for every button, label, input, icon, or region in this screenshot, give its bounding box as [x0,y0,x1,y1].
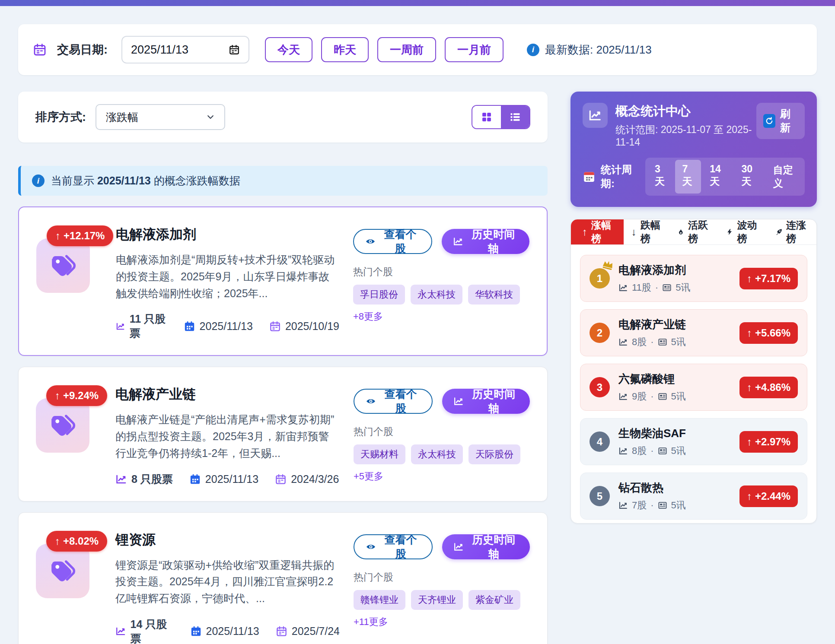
tag-icon [49,558,76,584]
history-timeline-button[interactable]: 历史时间轴 [442,534,530,559]
date-toolbar: 交易日期: 2025/11/13 今天 昨天 一周前 一月前 i 最新数据: 2… [18,24,817,75]
dot-separator: · [650,336,653,348]
concept-card[interactable]: ↑+9.24% 电解液产业链 电解液产业链是“产能出清尾声+需求复苏初期”的拐点… [18,367,548,501]
change-badge: ↑+9.24% [46,385,107,406]
ranking-item[interactable]: 1 电解液添加剂 11股·5讯 ↑+7.17% [580,255,807,302]
view-stocks-button[interactable]: 查看个股 [354,389,433,414]
yesterday-button[interactable]: 昨天 [321,37,369,62]
news-icon [658,337,667,347]
period-label: 统计周期: [601,163,639,190]
chart-icon [116,320,125,332]
stock-chip[interactable]: 永太科技 [411,285,462,305]
tab-losers[interactable]: ↓跌幅榜 [624,219,669,244]
stock-chip[interactable]: 天齐锂业 [411,590,463,610]
month-ago-button[interactable]: 一月前 [445,37,504,62]
rank-badge: 3 [590,377,610,397]
concept-icon-box [36,544,89,598]
stock-count: 8 只股票 [115,472,173,486]
arrow-up-icon: ↑ [747,381,752,393]
concept-card[interactable]: ↑+12.17% 电解液添加剂 电解液添加剂是“周期反转+技术升级”双轮驱动的投… [18,206,548,356]
dot-separator: · [650,391,653,402]
tab-volatility[interactable]: 波动榜 [718,219,768,244]
period-custom-button[interactable]: 自定义 [766,160,803,194]
more-stocks-link[interactable]: +11更多 [354,615,388,628]
date-input[interactable]: 2025/11/13 [121,36,249,63]
more-stocks-link[interactable]: +8更多 [353,310,383,323]
side-column: 概念统计中心 统计范围: 2025-11-07 至 2025-11-14 刷新 … [570,92,817,523]
week-ago-button[interactable]: 一周前 [377,37,436,62]
concept-title: 电解液产业链 [115,385,340,403]
concept-description: 锂资源是“政策驱动+供给收缩”双重逻辑共振的投资主题。2025年4月，四川雅江官… [115,557,340,607]
bolt-icon [726,227,733,237]
sort-select[interactable]: 涨跌幅 [96,104,225,130]
top-accent-bar [0,0,835,6]
tab-active[interactable]: 活跃榜 [669,219,719,244]
chart-icon [453,236,463,247]
period-30d-button[interactable]: 30天 [734,160,764,194]
period-14d-button[interactable]: 14天 [702,160,733,194]
stock-chip[interactable]: 紫金矿业 [468,590,520,610]
chart-icon [453,396,464,407]
chart-icon [618,446,628,456]
rank-change-badge: ↑+5.66% [739,322,798,344]
concept-icon-box [36,398,89,453]
calendar-solid-icon [190,625,202,637]
rank-concept-name: 电解液添加剂 [618,263,690,278]
stock-chip[interactable]: 天赐材料 [354,444,405,464]
chart-icon [618,501,628,510]
eye-icon [366,541,376,552]
stock-chip[interactable]: 赣锋锂业 [354,590,405,610]
banner-text: 当前显示 2025/11/13 的概念涨跌幅数据 [51,174,240,188]
dot-separator: · [650,500,653,511]
page-root: 交易日期: 2025/11/13 今天 昨天 一周前 一月前 i 最新数据: 2… [0,24,835,644]
arrow-up-icon: ↑ [55,535,60,547]
flame-icon [677,227,685,237]
arrow-down-icon: ↓ [631,226,637,238]
period-7d-button[interactable]: 7天 [675,160,701,194]
tag-icon [50,252,76,279]
rank-badge: 4 [590,431,610,452]
history-timeline-button[interactable]: 历史时间轴 [442,389,530,414]
chart-icon [618,283,628,292]
ranking-item[interactable]: 5 钻石散热 7股·5讯 ↑+2.44% [580,473,807,520]
ranking-card: ↑涨幅榜 ↓跌幅榜 活跃榜 波动榜 连涨榜 1 电解液添加剂 11股 [570,219,817,523]
stock-chip[interactable]: 华软科技 [468,285,520,305]
rank-change-badge: ↑+7.17% [739,268,798,289]
stock-chip[interactable]: 孚日股份 [353,285,405,305]
ranking-list: 1 电解液添加剂 11股·5讯 ↑+7.17% 2 电解液产业 [571,245,816,523]
tab-streak[interactable]: 连涨榜 [768,219,817,244]
date-input-value: 2025/11/13 [131,43,188,57]
update-date: 2025/11/13 [184,320,253,333]
refresh-button[interactable]: 刷新 [756,103,805,139]
rank-concept-name: 钻石散热 [618,480,686,495]
hot-stocks-label: 热门个股 [353,265,529,279]
news-icon [658,446,667,456]
create-date: 2024/3/26 [275,473,339,485]
grid-view-button[interactable] [472,106,501,128]
date-picker-icon[interactable] [229,44,240,55]
today-button[interactable]: 今天 [265,37,312,62]
list-icon [509,111,521,123]
rank-change-badge: ↑+2.97% [739,431,798,453]
latest-data-text: 最新数据: 2025/11/13 [545,42,652,57]
list-view-button[interactable] [501,106,529,128]
more-stocks-link[interactable]: +5更多 [354,470,383,483]
tab-gainers[interactable]: ↑涨幅榜 [571,219,624,244]
stock-chip[interactable]: 天际股份 [468,444,520,464]
ranking-item[interactable]: 3 六氟磷酸锂 9股·5讯 ↑+4.86% [580,364,807,411]
stock-chip[interactable]: 永太科技 [411,444,463,464]
arrow-up-icon: ↑ [747,327,752,339]
ranking-item[interactable]: 4 生物柴油SAF 8股·5讯 ↑+2.97% [580,418,807,465]
concept-card[interactable]: ↑+8.02% 锂资源 锂资源是“政策驱动+供给收缩”双重逻辑共振的投资主题。2… [18,512,548,644]
arrow-up-icon: ↑ [582,226,587,238]
view-stocks-button[interactable]: 查看个股 [353,229,432,254]
calendar-outline-icon [269,320,281,332]
ranking-item[interactable]: 2 电解液产业链 8股·5讯 ↑+5.66% [580,309,807,356]
ranking-tabs: ↑涨幅榜 ↓跌幅榜 活跃榜 波动榜 连涨榜 [571,219,816,245]
view-toggle [472,105,530,129]
period-3d-button[interactable]: 3天 [647,160,674,194]
news-icon [658,392,667,401]
view-stocks-button[interactable]: 查看个股 [354,534,433,559]
calendar-outline-icon [276,625,287,637]
history-timeline-button[interactable]: 历史时间轴 [442,229,529,254]
